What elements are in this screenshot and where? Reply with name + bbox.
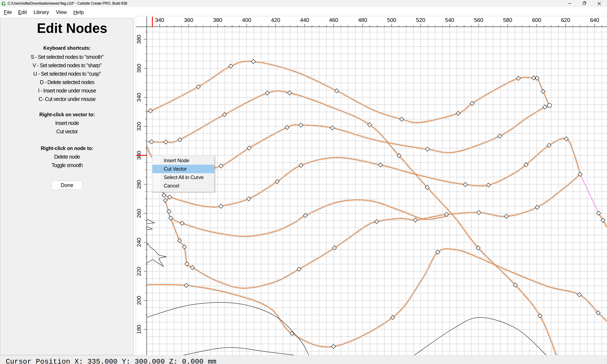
svg-text:640: 640	[590, 17, 599, 23]
svg-text:460: 460	[329, 17, 338, 23]
svg-text:360: 360	[136, 64, 142, 73]
svg-text:200: 200	[136, 296, 142, 305]
svg-text:180: 180	[136, 325, 142, 334]
svg-text:340: 340	[136, 93, 142, 102]
svg-text:620: 620	[561, 17, 570, 23]
svg-text:220: 220	[136, 267, 142, 276]
svg-text:380: 380	[136, 35, 142, 44]
svg-text:520: 520	[416, 17, 425, 23]
svg-text:240: 240	[136, 238, 142, 247]
svg-text:360: 360	[184, 17, 193, 23]
svg-text:320: 320	[136, 122, 142, 131]
svg-text:560: 560	[474, 17, 483, 23]
svg-text:260: 260	[136, 209, 142, 218]
svg-text:480: 480	[358, 17, 367, 23]
svg-text:540: 540	[445, 17, 454, 23]
svg-text:280: 280	[136, 180, 142, 189]
svg-text:440: 440	[300, 17, 309, 23]
svg-text:580: 580	[503, 17, 512, 23]
svg-text:500: 500	[387, 17, 396, 23]
svg-text:600: 600	[532, 17, 541, 23]
svg-text:420: 420	[271, 17, 280, 23]
svg-text:400: 400	[242, 17, 251, 23]
svg-text:340: 340	[155, 17, 164, 23]
svg-text:380: 380	[213, 17, 222, 23]
